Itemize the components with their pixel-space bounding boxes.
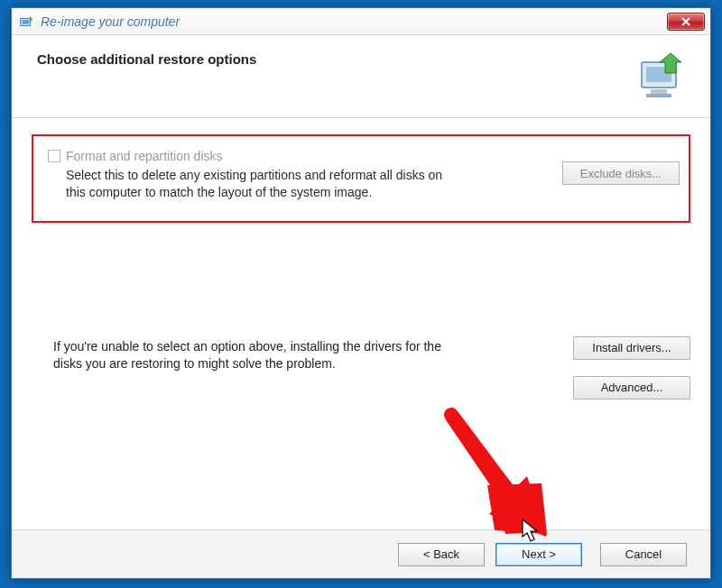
format-repartition-description: Select this to delete any existing parti… (66, 167, 454, 201)
install-drivers-button[interactable]: Install drivers... (573, 336, 690, 360)
back-button[interactable]: < Back (398, 543, 485, 566)
wizard-footer: < Back Next > Cancel (12, 529, 710, 578)
advanced-button[interactable]: Advanced... (573, 376, 690, 400)
driver-help-section: If you're unable to select an option abo… (32, 338, 690, 372)
exclude-disks-button[interactable]: Exclude disks... (562, 161, 680, 185)
content-area: Format and repartition disks Select this… (12, 118, 710, 372)
page-title: Choose additional restore options (37, 51, 633, 67)
driver-help-text: If you're unable to select an option abo… (53, 338, 441, 372)
svg-rect-1 (23, 20, 29, 24)
close-button[interactable] (667, 13, 705, 31)
next-button[interactable]: Next > (495, 543, 582, 566)
format-section-highlight: Format and repartition disks Select this… (32, 134, 690, 223)
restore-graphic-icon (633, 51, 690, 102)
svg-rect-4 (651, 89, 667, 94)
title-bar: Re-image your computer (12, 8, 710, 35)
format-repartition-checkbox[interactable] (48, 150, 60, 162)
cancel-button[interactable]: Cancel (600, 543, 687, 566)
wizard-header: Choose additional restore options (12, 35, 710, 118)
app-icon (19, 14, 35, 30)
dialog-window: Re-image your computer Choose additional… (11, 7, 711, 579)
window-title: Re-image your computer (41, 14, 667, 29)
svg-rect-5 (646, 94, 671, 97)
format-repartition-label: Format and repartition disks (66, 149, 223, 163)
